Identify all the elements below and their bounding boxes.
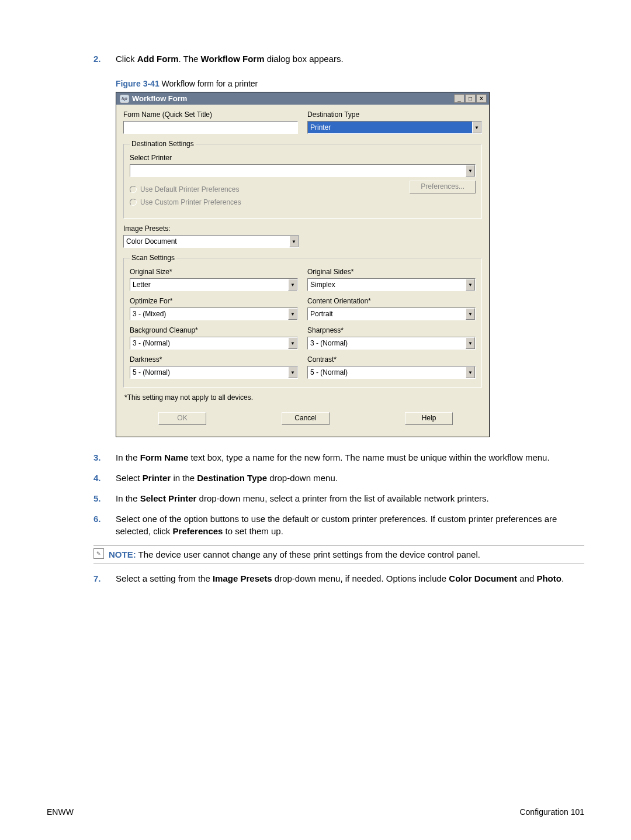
note-callout: ✎ NOTE: The device user cannot change an…	[93, 545, 584, 564]
window-title: Workflow Form	[132, 94, 454, 103]
chevron-down-icon[interactable]: ▼	[288, 308, 297, 320]
close-button[interactable]: ×	[476, 94, 487, 103]
step-7: 7. Select a setting from the Image Prese…	[93, 572, 584, 585]
sharpness-dropdown[interactable]: 3 - (Normal)	[307, 337, 476, 350]
cancel-button[interactable]: Cancel	[282, 412, 330, 425]
footer-left: ENWW	[47, 807, 74, 817]
original-size-dropdown[interactable]: Letter	[130, 278, 298, 291]
optimize-for-dropdown[interactable]: 3 - (Mixed)	[130, 307, 298, 320]
original-size-label: Original Size*	[130, 268, 298, 276]
radio-custom-preferences[interactable]: Use Custom Printer Preferences	[130, 198, 376, 206]
destination-settings-group: Destination Settings Select Printer ▼ Us…	[123, 140, 482, 219]
background-cleanup-dropdown[interactable]: 3 - (Normal)	[130, 337, 298, 350]
destination-type-dropdown[interactable]: Printer	[307, 121, 482, 134]
step-5: 5. In the Select Printer drop-down menu,…	[93, 492, 584, 504]
titlebar[interactable]: hp Workflow Form _ □ ×	[116, 92, 489, 105]
workflow-form-dialog: hp Workflow Form _ □ × Form Name (Quick …	[116, 92, 490, 437]
chevron-down-icon[interactable]: ▼	[466, 367, 475, 378]
chevron-down-icon[interactable]: ▼	[472, 122, 481, 133]
chevron-down-icon[interactable]: ▼	[288, 337, 297, 349]
content-orientation-label: Content Orientation*	[307, 297, 476, 305]
footer-right: Configuration 101	[519, 807, 584, 817]
contrast-dropdown[interactable]: 5 - (Normal)	[307, 366, 476, 379]
help-button[interactable]: Help	[405, 412, 453, 425]
chevron-down-icon[interactable]: ▼	[288, 367, 297, 378]
scan-settings-legend: Scan Settings	[130, 254, 176, 262]
darkness-label: Darkness*	[130, 355, 298, 364]
maximize-button[interactable]: □	[465, 94, 476, 103]
step-number: 2.	[93, 53, 116, 65]
image-presets-label: Image Presets:	[123, 224, 299, 233]
step-text: Click Add Form. The Workflow Form dialog…	[116, 53, 584, 65]
sharpness-label: Sharpness*	[307, 326, 476, 334]
step-3: 3. In the Form Name text box, type a nam…	[93, 451, 584, 464]
radio-icon	[130, 199, 137, 206]
contrast-label: Contrast*	[307, 355, 476, 364]
destination-type-label: Destination Type	[307, 110, 482, 119]
page-footer: ENWW Configuration 101	[47, 807, 584, 817]
original-sides-dropdown[interactable]: Simplex	[307, 278, 476, 291]
radio-icon	[130, 186, 137, 193]
minimize-button[interactable]: _	[454, 94, 464, 103]
chevron-down-icon[interactable]: ▼	[466, 337, 475, 349]
select-printer-label: Select Printer	[130, 154, 476, 162]
image-presets-dropdown[interactable]: Color Document	[123, 235, 299, 248]
radio-default-preferences[interactable]: Use Default Printer Preferences	[130, 185, 376, 193]
chevron-down-icon[interactable]: ▼	[288, 279, 297, 291]
hp-logo-icon: hp	[120, 95, 129, 103]
figure-caption: Figure 3-41 Workflow form for a printer	[116, 79, 584, 88]
step-4: 4. Select Printer in the Destination Typ…	[93, 472, 584, 484]
scan-settings-group: Scan Settings Original Size* Letter▼ Ori…	[123, 254, 482, 388]
background-cleanup-label: Background Cleanup*	[130, 326, 298, 334]
content-orientation-dropdown[interactable]: Portrait	[307, 307, 476, 320]
chevron-down-icon[interactable]: ▼	[466, 279, 475, 291]
form-name-label: Form Name (Quick Set Title)	[123, 110, 298, 119]
original-sides-label: Original Sides*	[307, 268, 476, 276]
darkness-dropdown[interactable]: 5 - (Normal)	[130, 366, 298, 379]
select-printer-dropdown[interactable]	[130, 164, 476, 177]
optimize-for-label: Optimize For*	[130, 297, 298, 305]
footnote-text: *This setting may not apply to all devic…	[124, 393, 482, 402]
form-name-input[interactable]	[123, 121, 298, 134]
step-2: 2. Click Add Form. The Workflow Form dia…	[47, 53, 584, 65]
ok-button[interactable]: OK	[158, 412, 206, 425]
preferences-button[interactable]: Preferences...	[410, 181, 476, 193]
note-icon: ✎	[93, 548, 104, 559]
chevron-down-icon[interactable]: ▼	[289, 236, 299, 247]
step-6: 6. Select one of the option buttons to u…	[93, 513, 584, 537]
chevron-down-icon[interactable]: ▼	[466, 308, 475, 320]
destination-settings-legend: Destination Settings	[130, 140, 196, 148]
chevron-down-icon[interactable]: ▼	[466, 165, 475, 177]
